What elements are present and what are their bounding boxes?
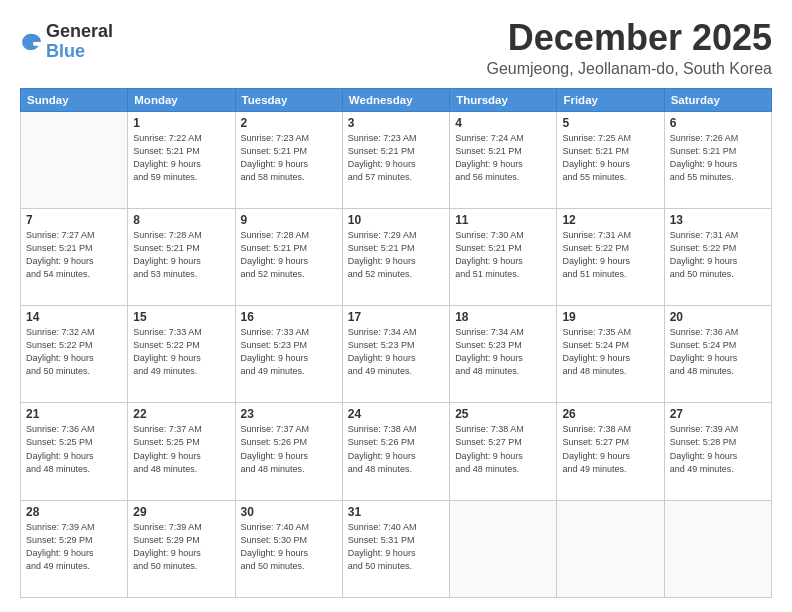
day-number: 24: [348, 407, 444, 421]
table-row: 4Sunrise: 7:24 AM Sunset: 5:21 PM Daylig…: [450, 111, 557, 208]
calendar-table: Sunday Monday Tuesday Wednesday Thursday…: [20, 88, 772, 598]
table-row: 6Sunrise: 7:26 AM Sunset: 5:21 PM Daylig…: [664, 111, 771, 208]
table-row: [664, 500, 771, 597]
table-row: 2Sunrise: 7:23 AM Sunset: 5:21 PM Daylig…: [235, 111, 342, 208]
table-row: 16Sunrise: 7:33 AM Sunset: 5:23 PM Dayli…: [235, 306, 342, 403]
table-row: [21, 111, 128, 208]
calendar-week-row: 28Sunrise: 7:39 AM Sunset: 5:29 PM Dayli…: [21, 500, 772, 597]
header: General Blue December 2025 Geumjeong, Je…: [20, 18, 772, 78]
location-title: Geumjeong, Jeollanam-do, South Korea: [486, 60, 772, 78]
table-row: 3Sunrise: 7:23 AM Sunset: 5:21 PM Daylig…: [342, 111, 449, 208]
table-row: 29Sunrise: 7:39 AM Sunset: 5:29 PM Dayli…: [128, 500, 235, 597]
calendar-week-row: 7Sunrise: 7:27 AM Sunset: 5:21 PM Daylig…: [21, 208, 772, 305]
table-row: 23Sunrise: 7:37 AM Sunset: 5:26 PM Dayli…: [235, 403, 342, 500]
day-number: 12: [562, 213, 658, 227]
day-info: Sunrise: 7:34 AM Sunset: 5:23 PM Dayligh…: [455, 326, 551, 378]
day-info: Sunrise: 7:34 AM Sunset: 5:23 PM Dayligh…: [348, 326, 444, 378]
logo-text: General Blue: [46, 22, 113, 62]
day-number: 6: [670, 116, 766, 130]
table-row: 15Sunrise: 7:33 AM Sunset: 5:22 PM Dayli…: [128, 306, 235, 403]
header-sunday: Sunday: [21, 88, 128, 111]
day-number: 20: [670, 310, 766, 324]
table-row: 31Sunrise: 7:40 AM Sunset: 5:31 PM Dayli…: [342, 500, 449, 597]
table-row: 11Sunrise: 7:30 AM Sunset: 5:21 PM Dayli…: [450, 208, 557, 305]
day-number: 27: [670, 407, 766, 421]
table-row: [557, 500, 664, 597]
day-number: 2: [241, 116, 337, 130]
table-row: 5Sunrise: 7:25 AM Sunset: 5:21 PM Daylig…: [557, 111, 664, 208]
day-number: 18: [455, 310, 551, 324]
table-row: 13Sunrise: 7:31 AM Sunset: 5:22 PM Dayli…: [664, 208, 771, 305]
day-info: Sunrise: 7:35 AM Sunset: 5:24 PM Dayligh…: [562, 326, 658, 378]
day-number: 25: [455, 407, 551, 421]
page: General Blue December 2025 Geumjeong, Je…: [0, 0, 792, 612]
day-info: Sunrise: 7:40 AM Sunset: 5:31 PM Dayligh…: [348, 521, 444, 573]
header-wednesday: Wednesday: [342, 88, 449, 111]
day-info: Sunrise: 7:33 AM Sunset: 5:22 PM Dayligh…: [133, 326, 229, 378]
day-info: Sunrise: 7:31 AM Sunset: 5:22 PM Dayligh…: [562, 229, 658, 281]
day-number: 26: [562, 407, 658, 421]
day-number: 8: [133, 213, 229, 227]
table-row: 21Sunrise: 7:36 AM Sunset: 5:25 PM Dayli…: [21, 403, 128, 500]
table-row: 1Sunrise: 7:22 AM Sunset: 5:21 PM Daylig…: [128, 111, 235, 208]
day-info: Sunrise: 7:24 AM Sunset: 5:21 PM Dayligh…: [455, 132, 551, 184]
table-row: 7Sunrise: 7:27 AM Sunset: 5:21 PM Daylig…: [21, 208, 128, 305]
day-number: 31: [348, 505, 444, 519]
calendar-week-row: 1Sunrise: 7:22 AM Sunset: 5:21 PM Daylig…: [21, 111, 772, 208]
table-row: [450, 500, 557, 597]
header-saturday: Saturday: [664, 88, 771, 111]
day-info: Sunrise: 7:33 AM Sunset: 5:23 PM Dayligh…: [241, 326, 337, 378]
day-info: Sunrise: 7:38 AM Sunset: 5:27 PM Dayligh…: [562, 423, 658, 475]
day-info: Sunrise: 7:40 AM Sunset: 5:30 PM Dayligh…: [241, 521, 337, 573]
table-row: 9Sunrise: 7:28 AM Sunset: 5:21 PM Daylig…: [235, 208, 342, 305]
table-row: 24Sunrise: 7:38 AM Sunset: 5:26 PM Dayli…: [342, 403, 449, 500]
day-info: Sunrise: 7:36 AM Sunset: 5:25 PM Dayligh…: [26, 423, 122, 475]
day-number: 14: [26, 310, 122, 324]
day-number: 4: [455, 116, 551, 130]
table-row: 22Sunrise: 7:37 AM Sunset: 5:25 PM Dayli…: [128, 403, 235, 500]
day-number: 11: [455, 213, 551, 227]
day-info: Sunrise: 7:38 AM Sunset: 5:27 PM Dayligh…: [455, 423, 551, 475]
day-info: Sunrise: 7:23 AM Sunset: 5:21 PM Dayligh…: [241, 132, 337, 184]
day-info: Sunrise: 7:22 AM Sunset: 5:21 PM Dayligh…: [133, 132, 229, 184]
calendar-header-row: Sunday Monday Tuesday Wednesday Thursday…: [21, 88, 772, 111]
day-number: 15: [133, 310, 229, 324]
table-row: 17Sunrise: 7:34 AM Sunset: 5:23 PM Dayli…: [342, 306, 449, 403]
day-number: 23: [241, 407, 337, 421]
table-row: 25Sunrise: 7:38 AM Sunset: 5:27 PM Dayli…: [450, 403, 557, 500]
day-number: 19: [562, 310, 658, 324]
logo: General Blue: [20, 22, 113, 62]
header-tuesday: Tuesday: [235, 88, 342, 111]
day-info: Sunrise: 7:31 AM Sunset: 5:22 PM Dayligh…: [670, 229, 766, 281]
day-info: Sunrise: 7:28 AM Sunset: 5:21 PM Dayligh…: [133, 229, 229, 281]
month-title: December 2025: [486, 18, 772, 58]
day-number: 1: [133, 116, 229, 130]
header-friday: Friday: [557, 88, 664, 111]
table-row: 18Sunrise: 7:34 AM Sunset: 5:23 PM Dayli…: [450, 306, 557, 403]
day-number: 17: [348, 310, 444, 324]
table-row: 26Sunrise: 7:38 AM Sunset: 5:27 PM Dayli…: [557, 403, 664, 500]
day-info: Sunrise: 7:32 AM Sunset: 5:22 PM Dayligh…: [26, 326, 122, 378]
day-number: 22: [133, 407, 229, 421]
day-number: 29: [133, 505, 229, 519]
table-row: 20Sunrise: 7:36 AM Sunset: 5:24 PM Dayli…: [664, 306, 771, 403]
day-info: Sunrise: 7:37 AM Sunset: 5:25 PM Dayligh…: [133, 423, 229, 475]
day-info: Sunrise: 7:29 AM Sunset: 5:21 PM Dayligh…: [348, 229, 444, 281]
calendar-week-row: 21Sunrise: 7:36 AM Sunset: 5:25 PM Dayli…: [21, 403, 772, 500]
table-row: 12Sunrise: 7:31 AM Sunset: 5:22 PM Dayli…: [557, 208, 664, 305]
calendar-week-row: 14Sunrise: 7:32 AM Sunset: 5:22 PM Dayli…: [21, 306, 772, 403]
logo-icon: [20, 31, 42, 53]
day-info: Sunrise: 7:39 AM Sunset: 5:28 PM Dayligh…: [670, 423, 766, 475]
day-number: 21: [26, 407, 122, 421]
header-thursday: Thursday: [450, 88, 557, 111]
day-number: 7: [26, 213, 122, 227]
day-info: Sunrise: 7:38 AM Sunset: 5:26 PM Dayligh…: [348, 423, 444, 475]
table-row: 10Sunrise: 7:29 AM Sunset: 5:21 PM Dayli…: [342, 208, 449, 305]
day-info: Sunrise: 7:39 AM Sunset: 5:29 PM Dayligh…: [133, 521, 229, 573]
day-number: 9: [241, 213, 337, 227]
day-info: Sunrise: 7:39 AM Sunset: 5:29 PM Dayligh…: [26, 521, 122, 573]
day-info: Sunrise: 7:27 AM Sunset: 5:21 PM Dayligh…: [26, 229, 122, 281]
day-info: Sunrise: 7:25 AM Sunset: 5:21 PM Dayligh…: [562, 132, 658, 184]
day-number: 16: [241, 310, 337, 324]
table-row: 30Sunrise: 7:40 AM Sunset: 5:30 PM Dayli…: [235, 500, 342, 597]
